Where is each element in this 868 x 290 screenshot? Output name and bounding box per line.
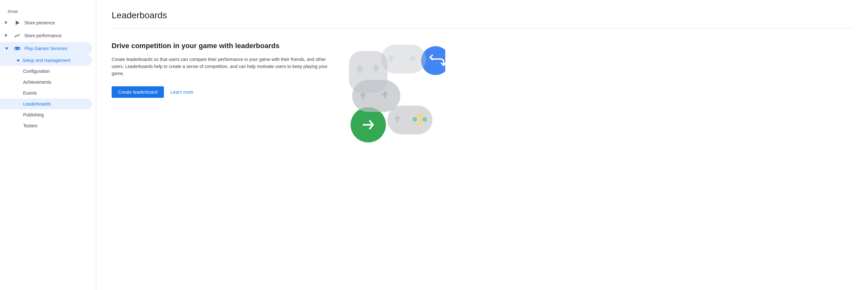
svg-rect-12 (357, 67, 363, 70)
sidebar-item-label-store-performance: Store performance (24, 33, 87, 38)
expand-icon-store-performance (5, 34, 9, 37)
sidebar-item-label-play-games: Play Games Services (24, 46, 87, 51)
svg-point-21 (423, 117, 427, 122)
content-description: Create leaderboards so that users can co… (112, 56, 330, 77)
svg-rect-28 (382, 93, 388, 95)
svg-point-6 (18, 49, 18, 49)
svg-rect-31 (389, 57, 394, 60)
svg-point-4 (18, 48, 19, 49)
sidebar-subsub-item-events[interactable]: Events (0, 88, 92, 98)
svg-rect-33 (410, 57, 416, 59)
publishing-label: Publishing (23, 112, 44, 118)
store-presence-icon (14, 20, 21, 26)
svg-rect-26 (360, 94, 366, 96)
sidebar-subsub-item-testers[interactable]: Testers (0, 120, 92, 131)
main-content: Leaderboards Drive competition in your g… (96, 0, 868, 290)
leaderboards-label: Leaderboards (23, 101, 51, 106)
sidebar-sub-item-setup-management[interactable]: Setup and management (0, 55, 92, 66)
testers-label: Testers (23, 123, 37, 128)
svg-rect-14 (373, 67, 379, 69)
learn-more-button[interactable]: Learn more (170, 90, 193, 95)
expand-icon-setup-mgmt (17, 58, 20, 63)
play-games-services-icon (14, 45, 21, 52)
page-divider (112, 28, 852, 29)
sidebar-subsub-item-leaderboards[interactable]: Leaderboards (0, 98, 92, 109)
sidebar-section-grow: Grow (0, 6, 96, 17)
svg-rect-29 (381, 44, 426, 73)
svg-point-23 (417, 121, 422, 125)
sidebar-item-store-presence[interactable]: Store presence (0, 17, 92, 29)
achievements-label: Achievements (23, 79, 51, 85)
game-illustration (343, 41, 445, 157)
illustration (343, 41, 445, 157)
expand-icon-store-presence (5, 21, 9, 25)
create-leaderboard-button[interactable]: Create leaderboard (112, 86, 164, 98)
button-row: Create leaderboard Learn more (112, 86, 330, 98)
sidebar-item-label-store-presence: Store presence (24, 20, 87, 25)
sidebar-subsub-item-publishing[interactable]: Publishing (0, 109, 92, 120)
events-label: Events (23, 91, 37, 96)
sidebar-item-play-games-services[interactable]: Play Games Services (0, 42, 92, 55)
content-headline: Drive competition in your game with lead… (112, 41, 330, 51)
expand-icon-play-games (5, 47, 9, 51)
svg-rect-3 (15, 48, 17, 49)
sidebar-sub-label-setup-management: Setup and management (23, 58, 70, 63)
store-performance-icon (14, 32, 21, 39)
svg-marker-0 (16, 21, 20, 25)
content-area: Drive competition in your game with lead… (112, 41, 852, 157)
svg-point-20 (417, 114, 422, 118)
svg-point-22 (412, 117, 417, 122)
svg-rect-19 (395, 117, 400, 119)
sidebar-item-store-performance[interactable]: Store performance (0, 29, 92, 42)
sidebar-subsub-item-achievements[interactable]: Achievements (0, 77, 92, 88)
configuration-label: Configuration (23, 69, 50, 74)
svg-point-5 (19, 49, 20, 49)
sidebar-subsub-item-configuration[interactable]: Configuration (0, 66, 92, 77)
page-title: Leaderboards (112, 10, 852, 21)
sidebar: Grow Store presence Store performance (0, 0, 96, 290)
text-section: Drive competition in your game with lead… (112, 41, 330, 98)
svg-rect-24 (352, 80, 400, 112)
svg-point-7 (18, 49, 19, 50)
